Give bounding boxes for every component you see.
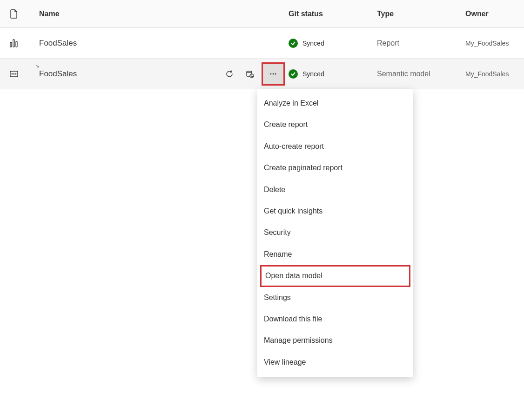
header-icon-cell	[0, 9, 28, 19]
menu-item-settings[interactable]: Settings	[257, 287, 413, 308]
svg-point-11	[273, 73, 274, 74]
table-header-row: Name Git status Type Owner	[0, 0, 524, 28]
link-indicator-icon: ↘	[35, 63, 39, 68]
svg-point-6	[15, 73, 16, 74]
file-icon	[10, 9, 18, 19]
refresh-icon	[225, 70, 234, 78]
git-status-cell: Synced	[289, 69, 377, 79]
menu-item-rename[interactable]: Rename	[257, 244, 413, 265]
schedule-refresh-button[interactable]	[241, 65, 259, 83]
schedule-refresh-icon	[246, 70, 254, 78]
svg-point-4	[12, 73, 13, 74]
menu-item-open-data-model[interactable]: Open data model	[260, 265, 410, 287]
more-horizontal-icon	[269, 70, 277, 78]
svg-rect-0	[10, 42, 12, 47]
item-type: Semantic model	[377, 70, 465, 78]
git-status-cell: Synced	[289, 39, 377, 48]
refresh-button[interactable]	[221, 65, 238, 83]
item-name[interactable]: FoodSales	[28, 39, 219, 48]
svg-point-12	[275, 73, 276, 74]
menu-item-view-lineage[interactable]: View lineage	[257, 352, 413, 373]
svg-point-10	[270, 73, 272, 74]
menu-item-download-file[interactable]: Download this file	[257, 308, 413, 330]
table-row[interactable]: FoodSales Synced Report My_FoodSales	[0, 28, 524, 59]
row-actions	[219, 62, 289, 86]
menu-item-analyze-excel[interactable]: Analyze in Excel	[257, 93, 413, 114]
item-owner: My_FoodSales	[465, 40, 524, 47]
item-type-icon-cell	[0, 69, 28, 79]
menu-item-manage-permissions[interactable]: Manage permissions	[257, 330, 413, 351]
table-row[interactable]: ↘ FoodSales	[0, 59, 524, 89]
more-options-button[interactable]	[263, 64, 283, 84]
header-owner[interactable]: Owner	[465, 10, 524, 18]
svg-rect-1	[13, 40, 14, 47]
menu-item-auto-create-report[interactable]: Auto-create report	[257, 136, 413, 157]
header-name[interactable]: Name	[28, 10, 219, 18]
more-options-menu: Analyze in Excel Create report Auto-crea…	[257, 89, 413, 377]
svg-point-9	[250, 74, 254, 78]
menu-item-create-report[interactable]: Create report	[257, 114, 413, 135]
synced-check-icon	[289, 39, 298, 48]
menu-item-security[interactable]: Security	[257, 222, 413, 243]
semantic-model-icon	[9, 69, 19, 79]
menu-item-create-paginated-report[interactable]: Create paginated report	[257, 157, 413, 179]
header-git[interactable]: Git status	[289, 10, 377, 18]
git-status-text: Synced	[302, 70, 324, 78]
header-type[interactable]: Type	[377, 10, 465, 18]
more-button-highlight	[262, 62, 285, 86]
report-icon	[9, 39, 19, 48]
svg-rect-2	[16, 41, 17, 47]
menu-item-delete[interactable]: Delete	[257, 179, 413, 200]
synced-check-icon	[289, 69, 298, 79]
git-status-text: Synced	[302, 40, 324, 47]
workspace-item-list: Name Git status Type Owner FoodSales	[0, 0, 524, 89]
item-type: Report	[377, 39, 465, 47]
item-owner: My_FoodSales	[465, 70, 524, 78]
item-type-icon-cell	[0, 39, 28, 48]
item-name[interactable]: FoodSales	[28, 69, 219, 79]
menu-item-quick-insights[interactable]: Get quick insights	[257, 200, 413, 222]
svg-point-5	[13, 73, 14, 74]
